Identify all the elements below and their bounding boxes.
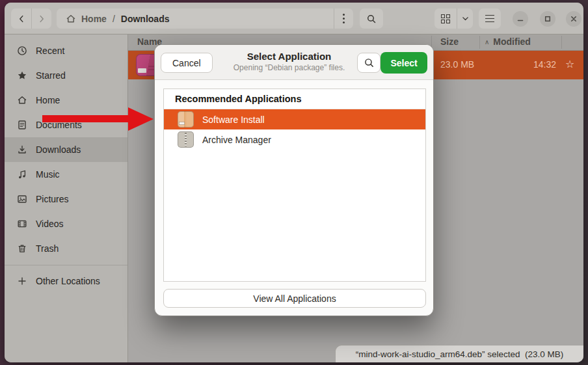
sort-ascending-icon: ∧	[485, 38, 489, 46]
breadcrumb-current[interactable]: Downloads	[121, 14, 170, 24]
nav-button-group	[11, 8, 51, 29]
picture-icon	[17, 194, 27, 204]
column-divider	[561, 36, 562, 49]
column-divider	[479, 36, 480, 49]
music-icon	[17, 169, 27, 180]
sidebar-item-label: Videos	[36, 219, 64, 229]
status-text: “mind-work-ai-studio_arm64.deb” selected…	[356, 349, 564, 359]
download-icon	[17, 144, 27, 155]
app-name: Archive Manager	[202, 135, 271, 145]
search-icon	[366, 14, 377, 24]
view-options-button[interactable]	[457, 8, 473, 29]
recent-icon	[17, 46, 27, 56]
headerbar: Home / Downloads	[5, 3, 583, 34]
sidebar-item-label: Trash	[36, 243, 59, 254]
application-list: Recommended Applications Software Instal…	[163, 88, 426, 282]
status-bar: “mind-work-ai-studio_arm64.deb” selected…	[335, 345, 583, 362]
select-application-dialog: Cancel Select Application Opening “Debia…	[154, 44, 434, 316]
home-icon	[17, 95, 27, 105]
chevron-right-icon	[37, 14, 46, 23]
file-modified-time: 14:32	[518, 59, 556, 70]
chevron-left-icon	[17, 14, 26, 23]
column-header-modified-label: Modified	[493, 36, 531, 47]
sidebar-item-label: Home	[36, 95, 60, 105]
sidebar-item-label: Documents	[36, 120, 82, 130]
dialog-header: Cancel Select Application Opening “Debia…	[155, 45, 433, 80]
select-button-label: Select	[390, 58, 417, 68]
recommended-section-header: Recommended Applications	[164, 89, 425, 109]
sidebar: Recent Starred Home Documents Downloads …	[5, 34, 128, 362]
maximize-button[interactable]	[540, 11, 555, 27]
plus-icon	[17, 276, 27, 286]
minimize-icon	[516, 15, 524, 23]
back-button[interactable]	[11, 8, 31, 29]
minimize-button[interactable]	[513, 11, 528, 27]
star-file-button[interactable]: ☆	[565, 58, 574, 70]
hamburger-menu-icon	[485, 15, 494, 23]
sidebar-item-home[interactable]: Home	[5, 88, 127, 113]
dialog-title-block: Select Application Opening “Debian packa…	[226, 51, 352, 72]
dialog-search-button[interactable]	[357, 53, 381, 73]
search-button[interactable]	[360, 8, 383, 29]
sidebar-item-label: Other Locations	[36, 276, 100, 286]
kebab-menu-icon	[343, 14, 345, 23]
breadcrumb[interactable]: Home / Downloads	[57, 8, 353, 29]
sidebar-item-music[interactable]: Music	[5, 162, 127, 187]
cancel-button[interactable]: Cancel	[161, 53, 213, 73]
path-menu-button[interactable]	[334, 8, 353, 29]
sidebar-item-videos[interactable]: Videos	[5, 211, 127, 236]
column-header-size[interactable]: Size	[440, 36, 459, 47]
trash-icon	[17, 243, 27, 254]
grid-view-icon	[441, 14, 450, 23]
maximize-icon	[544, 15, 552, 23]
dialog-subtitle: Opening “Debian package” files.	[226, 63, 352, 72]
sidebar-item-label: Music	[36, 169, 60, 180]
grid-view-button[interactable]	[434, 8, 457, 29]
sidebar-separator	[5, 265, 127, 265]
sidebar-item-downloads[interactable]: Downloads	[5, 137, 127, 162]
home-icon	[66, 14, 76, 24]
view-toggle-group	[434, 8, 473, 29]
sidebar-item-starred[interactable]: Starred	[5, 63, 127, 88]
sidebar-item-trash[interactable]: Trash	[5, 236, 127, 261]
star-icon	[17, 70, 27, 81]
sidebar-item-pictures[interactable]: Pictures	[5, 187, 127, 211]
main-menu-button[interactable]	[479, 8, 501, 29]
breadcrumb-separator: /	[113, 14, 115, 24]
breadcrumb-home[interactable]: Home	[66, 14, 107, 24]
file-size: 23.0 MB	[440, 59, 474, 70]
sidebar-item-label: Starred	[36, 70, 66, 81]
document-icon	[17, 120, 27, 130]
breadcrumb-root-label: Home	[81, 14, 107, 24]
files-window: Home / Downloads	[5, 3, 583, 362]
search-icon	[364, 57, 375, 68]
video-icon	[17, 219, 27, 229]
view-all-applications-button[interactable]: View All Applications	[163, 289, 426, 308]
sidebar-item-recent[interactable]: Recent	[5, 38, 127, 63]
sidebar-item-documents[interactable]: Documents	[5, 113, 127, 137]
cancel-button-label: Cancel	[172, 58, 201, 68]
sidebar-item-other-locations[interactable]: Other Locations	[5, 269, 127, 293]
sidebar-item-label: Downloads	[36, 144, 81, 155]
app-name: Software Install	[202, 115, 265, 125]
close-button[interactable]	[566, 11, 581, 27]
close-icon	[570, 15, 578, 23]
app-row-archive-manager[interactable]: Archive Manager	[164, 129, 425, 150]
archive-manager-icon	[178, 131, 194, 148]
chevron-down-icon	[461, 14, 470, 23]
sidebar-item-label: Recent	[36, 46, 64, 56]
forward-button[interactable]	[31, 8, 51, 29]
select-button[interactable]: Select	[381, 52, 427, 74]
dialog-title: Select Application	[226, 51, 352, 62]
sidebar-item-label: Pictures	[36, 194, 69, 204]
column-header-modified[interactable]: ∧ Modified	[485, 36, 531, 47]
software-install-icon	[178, 111, 194, 128]
view-all-label: View All Applications	[253, 293, 336, 304]
app-row-software-install[interactable]: Software Install	[164, 109, 425, 129]
